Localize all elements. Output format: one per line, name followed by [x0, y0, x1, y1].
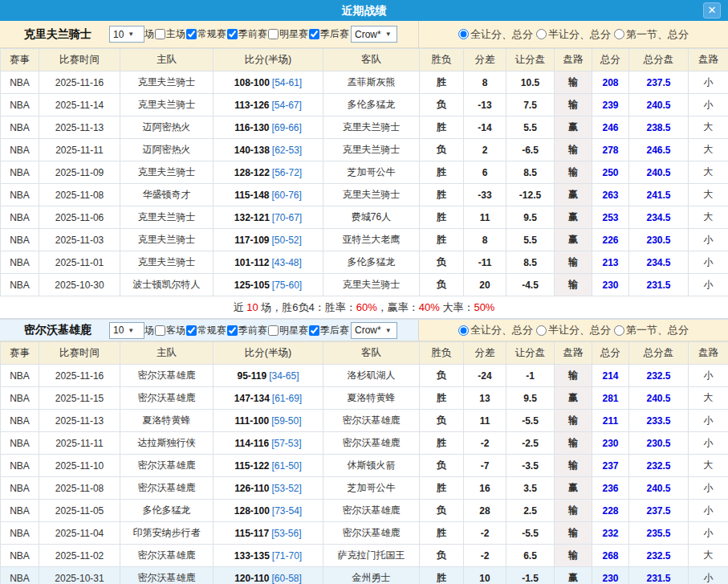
filter-checkbox-label: 季前赛 [238, 324, 267, 337]
table-row[interactable]: NBA2025-11-16密尔沃基雄鹿95-119[34-65]洛杉矶湖人负-2… [1, 365, 728, 387]
filter-checkbox-item[interactable]: 明星赛 [267, 27, 308, 41]
chevron-down-icon: ▼ [128, 327, 134, 334]
table-row[interactable]: NBA2025-11-02密尔沃基雄鹿133-135[71-70]萨克拉门托国王… [1, 545, 728, 567]
cell-result: 胜 [420, 477, 464, 500]
cell-league: NBA [1, 522, 39, 545]
cell-league: NBA [1, 229, 39, 251]
filter-checkbox-item[interactable]: 常规赛 [185, 324, 226, 337]
table-row[interactable]: NBA2025-11-08密尔沃基雄鹿126-110[53-52]芝加哥公牛胜1… [1, 477, 728, 500]
cell-point-diff: 8 [464, 71, 506, 94]
cell-score: 101-112[43-48] [214, 251, 323, 274]
odds-company-select[interactable]: Crow*▼ [351, 26, 397, 43]
cell-total-line: 230.5 [629, 432, 689, 455]
cell-score: 113-126[54-67] [214, 94, 323, 116]
filter-checkbox[interactable] [309, 29, 319, 39]
filter-checkbox-item[interactable]: 季前赛 [226, 324, 267, 337]
cell-league: NBA [1, 206, 39, 229]
filter-checkbox[interactable] [155, 325, 165, 336]
cell-home-team: 克里夫兰骑士 [120, 251, 214, 274]
chevron-down-icon: ▼ [385, 327, 392, 334]
close-icon[interactable]: ✕ [703, 2, 721, 18]
view-mode-radio-item[interactable]: 全让分、总分 [458, 323, 533, 337]
view-mode-radio[interactable] [614, 29, 624, 39]
view-mode-radio-item[interactable]: 半让分、总分 [536, 27, 611, 42]
cell-away-team: 克里夫兰骑士 [323, 274, 420, 296]
table-row[interactable]: NBA2025-11-08华盛顿奇才115-148[60-76]克里夫兰骑士胜-… [1, 184, 728, 206]
view-mode-radio[interactable] [458, 29, 469, 39]
table-row[interactable]: NBA2025-11-03克里夫兰骑士117-109[50-52]亚特兰大老鹰胜… [1, 229, 728, 251]
filter-checkbox[interactable] [155, 29, 165, 39]
view-mode-radio[interactable] [536, 29, 547, 39]
filter-checkbox[interactable] [227, 29, 238, 39]
view-mode-radio-item[interactable]: 第一节、总分 [614, 323, 689, 337]
table-row[interactable]: NBA2025-11-11迈阿密热火140-138[62-53]克里夫兰骑士负2… [1, 139, 728, 161]
summary-segment: 场，胜6负4：胜率： [258, 301, 356, 313]
cell-score: 115-117[53-56] [214, 522, 323, 545]
filter-checkbox[interactable] [268, 29, 279, 39]
half-time-score: [50-52] [272, 235, 302, 246]
full-time-score: 114-116 [234, 438, 269, 449]
filter-checkbox-item[interactable]: 季后赛 [308, 27, 349, 41]
table-row[interactable]: NBA2025-11-11达拉斯独行侠114-116[57-53]密尔沃基雄鹿胜… [1, 432, 728, 455]
cell-point-diff: 13 [464, 387, 506, 410]
view-mode-radio[interactable] [458, 325, 469, 336]
odds-company-select[interactable]: Crow*▼ [351, 322, 397, 339]
cell-date: 2025-11-09 [39, 161, 120, 184]
cell-over-under: 大 [689, 161, 728, 184]
table-row[interactable]: NBA2025-11-05多伦多猛龙128-100[73-54]密尔沃基雄鹿负2… [1, 500, 728, 522]
cell-handicap-line: -5.5 [506, 522, 555, 545]
cell-handicap-line: 6.5 [506, 545, 555, 567]
filter-checkbox-item[interactable]: 常规赛 [185, 27, 226, 41]
table-row[interactable]: NBA2025-11-10密尔沃基雄鹿115-122[61-50]休斯顿火箭负-… [1, 455, 728, 477]
half-time-score: [61-69] [272, 393, 302, 404]
table-row[interactable]: NBA2025-11-14克里夫兰骑士113-126[54-67]多伦多猛龙负-… [1, 94, 728, 116]
column-header: 让分盘 [506, 342, 555, 365]
cell-away-team: 密尔沃基雄鹿 [323, 432, 420, 455]
filter-checkbox-item[interactable]: 季前赛 [226, 27, 267, 41]
filter-checkbox[interactable] [186, 29, 197, 39]
summary-segment: ，赢率： [377, 301, 419, 313]
cell-league: NBA [1, 251, 39, 274]
table-row[interactable]: NBA2025-10-31密尔沃基雄鹿120-110[60-58]金州勇士胜10… [1, 567, 728, 584]
filter-checkbox-item[interactable]: 主场 [154, 27, 185, 41]
cell-date: 2025-11-05 [39, 500, 120, 522]
cell-home-team: 密尔沃基雄鹿 [120, 365, 214, 387]
cell-away-team: 亚特兰大老鹰 [323, 229, 420, 251]
column-header: 分差 [464, 342, 506, 365]
table-row[interactable]: NBA2025-11-09克里夫兰骑士128-122[56-72]芝加哥公牛胜6… [1, 161, 728, 184]
table-row[interactable]: NBA2025-11-06克里夫兰骑士132-121[70-67]费城76人胜1… [1, 206, 728, 229]
cell-total-points: 253 [592, 206, 629, 229]
table-row[interactable]: NBA2025-11-13迈阿密热火116-130[69-66]克里夫兰骑士胜-… [1, 116, 728, 139]
full-time-score: 111-100 [234, 415, 269, 427]
half-time-score: [69-66] [272, 122, 302, 133]
filter-checkbox-item[interactable]: 季后赛 [308, 324, 349, 337]
cell-date: 2025-11-14 [39, 94, 120, 116]
filter-checkbox[interactable] [186, 325, 197, 336]
view-mode-radio-item[interactable]: 第一节、总分 [614, 27, 689, 42]
cell-away-team: 克里夫兰骑士 [323, 139, 420, 161]
cell-total-points: 237 [592, 455, 629, 477]
filter-checkbox-item[interactable]: 明星赛 [267, 324, 308, 337]
games-count-select[interactable]: 10▼ [109, 26, 144, 43]
filter-checkbox[interactable] [227, 325, 238, 336]
filter-checkbox[interactable] [268, 325, 279, 336]
table-row[interactable]: NBA2025-11-16克里夫兰骑士108-100[54-61]孟菲斯灰熊胜8… [1, 71, 728, 94]
table-row[interactable]: NBA2025-11-04印第安纳步行者115-117[53-56]密尔沃基雄鹿… [1, 522, 728, 545]
cell-handicap-result: 输 [555, 94, 592, 116]
cell-home-team: 迈阿密热火 [120, 116, 214, 139]
filter-checkbox[interactable] [309, 325, 319, 336]
cell-total-points: 239 [592, 94, 629, 116]
cell-league: NBA [1, 94, 39, 116]
table-row[interactable]: NBA2025-10-30波士顿凯尔特人125-105[75-60]克里夫兰骑士… [1, 274, 728, 296]
view-mode-radio[interactable] [536, 325, 547, 336]
odds-company-value: Crow* [355, 325, 381, 336]
cell-handicap-result: 赢 [555, 387, 592, 410]
table-row[interactable]: NBA2025-11-15密尔沃基雄鹿147-134[61-69]夏洛特黄蜂胜1… [1, 387, 728, 410]
table-row[interactable]: NBA2025-11-01克里夫兰骑士101-112[43-48]多伦多猛龙负-… [1, 251, 728, 274]
view-mode-radio-item[interactable]: 半让分、总分 [536, 323, 611, 337]
view-mode-radio[interactable] [614, 325, 624, 336]
filter-checkbox-item[interactable]: 客场 [154, 324, 185, 337]
games-count-select[interactable]: 10▼ [109, 322, 144, 339]
view-mode-radio-item[interactable]: 全让分、总分 [458, 27, 533, 42]
table-row[interactable]: NBA2025-11-13夏洛特黄蜂111-100[59-50]密尔沃基雄鹿负1… [1, 410, 728, 432]
